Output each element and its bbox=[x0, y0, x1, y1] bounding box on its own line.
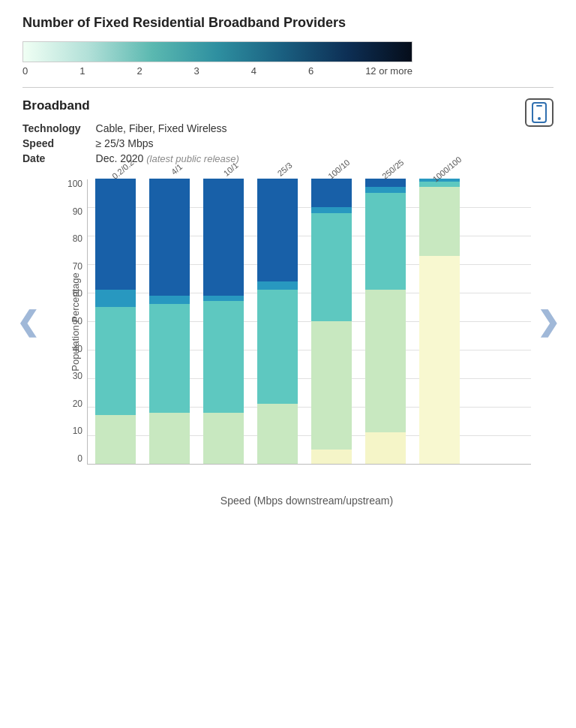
svg-point-1 bbox=[538, 117, 541, 120]
bar-group: 0.2/0.2 bbox=[95, 165, 136, 464]
bar-group: 4/1 bbox=[149, 165, 190, 464]
bar-segment bbox=[203, 179, 244, 296]
colorbar-label: 1 bbox=[80, 65, 85, 77]
technology-label: Technology bbox=[22, 121, 96, 136]
y-axis-label: Population Percentage bbox=[70, 272, 81, 372]
bar-segment bbox=[257, 281, 298, 290]
bar-segment bbox=[311, 321, 352, 450]
bar-segment bbox=[95, 415, 136, 464]
bar-segment bbox=[149, 296, 190, 304]
colorbar-label: 0 bbox=[22, 65, 28, 77]
bar-segment bbox=[149, 413, 190, 464]
colorbar bbox=[22, 41, 412, 62]
broadband-title: Broadband bbox=[22, 98, 239, 113]
bar-group: 10/1 bbox=[203, 165, 244, 464]
svg-rect-2 bbox=[536, 105, 542, 107]
y-tick: 10 bbox=[60, 426, 82, 435]
bar-segment bbox=[311, 213, 352, 321]
bar-segment bbox=[365, 187, 406, 193]
speed-label: Speed bbox=[22, 136, 96, 151]
nav-arrow-right[interactable]: ❯ bbox=[537, 306, 560, 338]
y-tick: 70 bbox=[60, 262, 82, 271]
bar-segment bbox=[365, 290, 406, 432]
chart-outer: ❮ ❯ Population Percentage 01020304050607… bbox=[22, 179, 554, 465]
technology-value: Cable, Fiber, Fixed Wireless bbox=[96, 121, 239, 136]
bar-segment bbox=[95, 290, 136, 307]
bar-group: 250/25 bbox=[365, 165, 406, 464]
bar-segment bbox=[203, 413, 244, 464]
colorbar-label: 6 bbox=[308, 65, 314, 77]
bar-segment bbox=[311, 450, 352, 464]
bar-segment bbox=[311, 179, 352, 207]
colorbar-label: 4 bbox=[251, 65, 256, 77]
colorbar-label: 12 or more bbox=[365, 65, 412, 77]
mobile-icon[interactable] bbox=[525, 98, 554, 127]
colorbar-container: 01234612 or more bbox=[22, 41, 554, 77]
date-value: Dec. 2020 (latest public release) bbox=[96, 151, 239, 166]
speed-value: ≥ 25/3 Mbps bbox=[96, 136, 239, 151]
nav-arrow-left[interactable]: ❮ bbox=[16, 306, 39, 338]
chart-wrapper: 0102030405060708090100 0.2/0.24/110/125/… bbox=[60, 179, 531, 465]
bar-segment bbox=[95, 307, 136, 415]
bar-segment bbox=[257, 179, 298, 281]
bar-group: 100/10 bbox=[311, 165, 352, 464]
bar-segment bbox=[257, 290, 298, 404]
bar-segment bbox=[419, 182, 460, 188]
bar-segment bbox=[149, 304, 190, 412]
y-tick: 0 bbox=[60, 454, 82, 463]
bar-segment bbox=[311, 207, 352, 213]
chart-area: Population Percentage 010203040506070809… bbox=[60, 179, 531, 465]
info-left: Broadband Technology Cable, Fiber, Fixed… bbox=[22, 98, 239, 166]
bar-group: 1000/100 bbox=[419, 165, 460, 464]
date-label: Date bbox=[22, 151, 96, 166]
bar-segment bbox=[419, 256, 460, 464]
bar-segment bbox=[203, 301, 244, 412]
bars-container: 0.2/0.24/110/125/3100/10250/251000/100 bbox=[87, 179, 531, 465]
colorbar-label: 3 bbox=[194, 65, 200, 77]
bar-group: 25/3 bbox=[257, 165, 298, 464]
bar-segment bbox=[149, 179, 190, 296]
page-title: Number of Fixed Residential Broadband Pr… bbox=[22, 15, 554, 31]
bar-segment bbox=[95, 179, 136, 290]
y-tick: 30 bbox=[60, 372, 82, 381]
y-tick: 90 bbox=[60, 207, 82, 216]
colorbar-label: 2 bbox=[136, 65, 142, 77]
bar-segment bbox=[365, 193, 406, 290]
x-axis-title: Speed (Mbps downstream/upstream) bbox=[60, 495, 554, 507]
y-tick: 100 bbox=[60, 179, 82, 188]
bar-segment bbox=[257, 404, 298, 464]
colorbar-labels: 01234612 or more bbox=[22, 65, 412, 77]
info-section: Broadband Technology Cable, Fiber, Fixed… bbox=[22, 98, 554, 166]
bar-segment bbox=[203, 296, 244, 302]
y-tick: 80 bbox=[60, 234, 82, 243]
bar-segment bbox=[419, 187, 460, 255]
bar-segment bbox=[365, 432, 406, 464]
divider bbox=[22, 87, 554, 88]
y-tick: 20 bbox=[60, 399, 82, 408]
